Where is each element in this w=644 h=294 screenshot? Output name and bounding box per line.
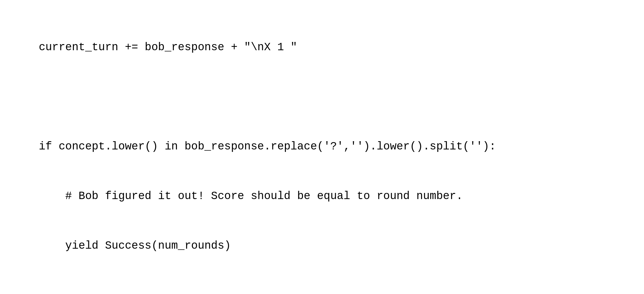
- code-line-5: yield Success(num_rounds): [12, 238, 632, 254]
- code-container: current_turn += bob_response + "\nX 1 " …: [12, 6, 632, 294]
- code-line-3: if concept.lower() in bob_response.repla…: [12, 138, 632, 155]
- code-line-6: [12, 287, 632, 294]
- code-line-1: current_turn += bob_response + "\nX 1 ": [12, 39, 632, 56]
- code-line-2: [12, 89, 632, 105]
- code-line-4: # Bob figured it out! Score should be eq…: [12, 188, 632, 205]
